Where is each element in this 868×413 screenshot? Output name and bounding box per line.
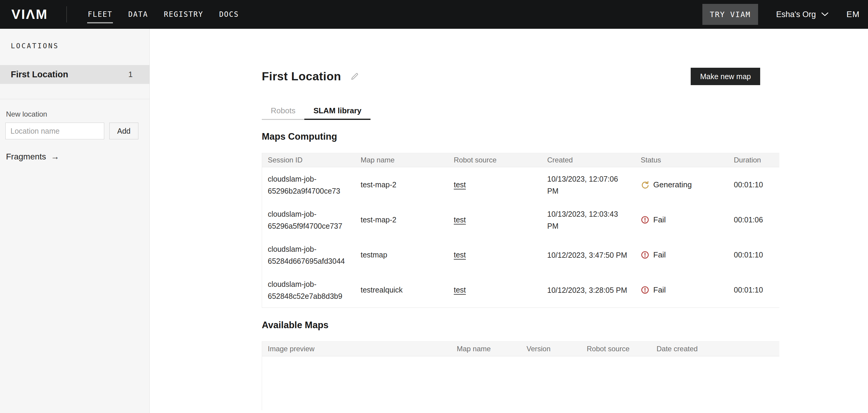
available-maps-table-header: Image preview Map name Version Robot sou… [262, 342, 779, 356]
maps-computing-heading: Maps Computing [262, 131, 868, 142]
status-cell: Fail [641, 285, 734, 295]
status-label: Fail [653, 250, 666, 260]
status-label: Fail [653, 285, 666, 295]
new-location-label: New location [6, 110, 150, 118]
column-header: Robot source [454, 156, 547, 164]
column-header: Duration [734, 156, 779, 164]
edit-pencil-icon[interactable] [350, 72, 359, 81]
location-robot-count: 1 [128, 70, 133, 79]
tab[interactable]: Robots [262, 101, 304, 120]
primary-nav: FLEET DATA REGISTRY DOCS [88, 0, 239, 29]
viam-logo[interactable]: VIΛM [11, 7, 48, 22]
arrow-right-icon: → [51, 152, 59, 161]
fail-alert-icon [641, 215, 649, 224]
column-header: Status [641, 156, 734, 164]
status-label: Fail [653, 215, 666, 225]
column-header: Map name [361, 156, 454, 164]
user-avatar[interactable]: EM [846, 9, 860, 19]
created-cell: 10/13/2023, 12:03:43 PM [547, 208, 629, 232]
nav-item[interactable]: REGISTRY [164, 0, 204, 29]
add-location-button[interactable]: Add [109, 123, 138, 139]
column-header: Image preview [268, 345, 457, 353]
location-name-input[interactable] [5, 123, 104, 139]
session-id-cell: cloudslam-job- 65296b2a9f4700ce73 [268, 173, 361, 197]
session-id-cell: cloudslam-job- 65296a5f9f4700ce737 [268, 208, 361, 232]
locations-list: First Location 1 [0, 65, 150, 84]
org-name: Esha's Org [776, 10, 816, 19]
maps-computing-table: Session ID Map name Robot source Created… [262, 153, 779, 308]
locations-sidebar: LOCATIONS First Location 1 New location … [0, 29, 150, 413]
robot-source-cell: test [454, 215, 547, 224]
table-row: cloudslam-job- 65284d667695afd3044 testm… [262, 237, 779, 272]
table-row: cloudslam-job- 652848c52e7ab8d3b9 testre… [262, 272, 779, 307]
available-maps-empty-body [262, 356, 779, 410]
chevron-down-icon [821, 12, 829, 17]
robot-source-cell: test [454, 250, 547, 259]
org-switcher[interactable]: Esha's Org [776, 10, 829, 19]
top-nav: VIΛM FLEET DATA REGISTRY DOCS TRY VIAM E… [0, 0, 868, 29]
table-row: cloudslam-job- 65296b2a9f4700ce73 test-m… [262, 167, 779, 202]
duration-cell: 00:01:06 [734, 215, 779, 224]
status-label: Generating [653, 180, 692, 189]
page-title: First Location [262, 70, 341, 83]
tabs: Robots SLAM library [262, 101, 868, 120]
status-cell: Generating [641, 180, 734, 189]
duration-cell: 00:01:10 [734, 180, 779, 189]
robot-source-cell: test [454, 286, 547, 294]
created-cell: 10/12/2023, 3:47:50 PM [547, 249, 629, 261]
available-maps-table: Image preview Map name Version Robot sou… [262, 342, 779, 410]
status-cell: Fail [641, 215, 734, 225]
created-cell: 10/13/2023, 12:07:06 PM [547, 173, 629, 197]
robot-source-link[interactable]: test [454, 250, 466, 259]
fragments-link[interactable]: Fragments → [6, 152, 59, 161]
maps-computing-table-body: cloudslam-job- 65296b2a9f4700ce73 test-m… [262, 167, 779, 308]
make-new-map-button[interactable]: Make new map [691, 68, 760, 85]
column-header: Map name [457, 345, 527, 353]
robot-source-cell: test [454, 180, 547, 189]
map-name-cell: test-map-2 [361, 215, 454, 224]
column-header: Session ID [268, 156, 361, 164]
new-location-form: New location Add [5, 110, 150, 139]
available-maps-heading: Available Maps [262, 320, 868, 331]
nav-item[interactable]: DATA [128, 0, 148, 29]
sidebar-item-location[interactable]: First Location 1 [0, 65, 150, 84]
main-content: First Location Make new map Robots SLAM … [150, 29, 868, 413]
robot-source-link[interactable]: test [454, 180, 466, 189]
generating-spinner-icon [641, 180, 649, 189]
nav-right: TRY VIAM Esha's Org EM [702, 4, 868, 25]
fail-alert-icon [641, 286, 649, 294]
session-id-cell: cloudslam-job- 65284d667695afd3044 [268, 243, 361, 267]
nav-item[interactable]: DOCS [219, 0, 239, 29]
column-header: Date created [656, 345, 779, 353]
map-name-cell: testrealquick [361, 286, 454, 294]
session-id-cell: cloudslam-job- 652848c52e7ab8d3b9 [268, 278, 361, 302]
fail-alert-icon [641, 250, 649, 259]
column-header: Robot source [587, 345, 656, 353]
maps-computing-table-header: Session ID Map name Robot source Created… [262, 153, 779, 167]
map-name-cell: testmap [361, 250, 454, 259]
nav-divider [66, 6, 67, 23]
fragments-label: Fragments [6, 152, 46, 161]
robot-source-link[interactable]: test [454, 215, 466, 224]
column-header: Version [527, 345, 587, 353]
sidebar-divider [0, 99, 150, 99]
duration-cell: 00:01:10 [734, 250, 779, 259]
locations-heading: LOCATIONS [11, 42, 150, 50]
table-row: cloudslam-job- 65296a5f9f4700ce737 test-… [262, 202, 779, 237]
nav-item[interactable]: FLEET [88, 0, 112, 29]
created-cell: 10/12/2023, 3:28:05 PM [547, 284, 629, 296]
column-header: Created [547, 156, 641, 164]
status-cell: Fail [641, 250, 734, 260]
map-name-cell: test-map-2 [361, 180, 454, 189]
try-viam-button[interactable]: TRY VIAM [702, 4, 758, 25]
duration-cell: 00:01:10 [734, 286, 779, 294]
location-name: First Location [11, 69, 128, 80]
tab[interactable]: SLAM library [304, 101, 370, 120]
robot-source-link[interactable]: test [454, 286, 466, 294]
